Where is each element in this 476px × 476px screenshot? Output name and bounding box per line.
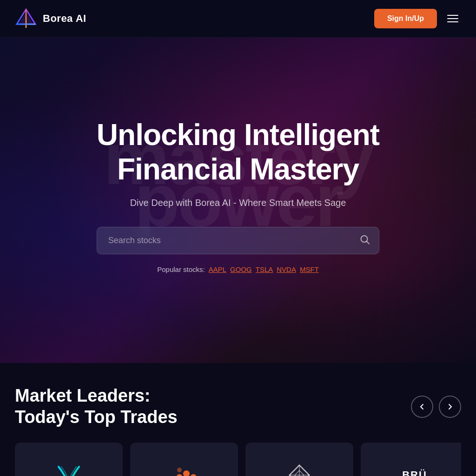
card-logo-3 xyxy=(285,461,313,476)
stock-link-tsla[interactable]: TSLA xyxy=(256,265,273,273)
hamburger-line-3 xyxy=(447,21,458,22)
market-title: Market Leaders: Today's Top Trades xyxy=(15,385,178,428)
carousel-controls xyxy=(411,396,461,418)
stock-card-3[interactable] xyxy=(245,443,353,476)
card-logo-1 xyxy=(55,461,83,476)
hamburger-button[interactable] xyxy=(444,12,461,25)
bru-text: BRÜ xyxy=(402,469,427,476)
svg-point-10 xyxy=(177,468,182,472)
hero-section: power mastery Unlocking Intelligent Fina… xyxy=(0,38,476,363)
search-container xyxy=(97,227,379,254)
stock-link-nvda[interactable]: NVDA xyxy=(277,265,296,273)
stock-link-msft[interactable]: MSFT xyxy=(300,265,319,273)
chevron-right-icon xyxy=(446,403,454,410)
hero-subtitle: Dive Deep with Borea AI - Where Smart Me… xyxy=(97,198,379,208)
hero-title: Unlocking Intelligent Financial Mastery xyxy=(97,118,379,186)
navbar: Borea AI Sign In/Up xyxy=(0,0,476,38)
svg-point-7 xyxy=(183,470,190,476)
card-logo-2 xyxy=(170,461,198,476)
card-logo-dots-icon xyxy=(170,463,198,476)
svg-line-5 xyxy=(367,241,370,244)
stock-card-2[interactable] xyxy=(130,443,238,476)
stock-cards-row: BRÜ xyxy=(15,443,461,476)
popular-label: Popular stocks: xyxy=(157,265,205,273)
stock-card-1[interactable] xyxy=(15,443,123,476)
stock-link-goog[interactable]: GOOG xyxy=(230,265,252,273)
borea-logo-icon xyxy=(15,7,37,30)
card-logo-diamond-icon xyxy=(285,461,313,476)
sign-in-button[interactable]: Sign In/Up xyxy=(374,9,437,28)
carousel-next-button[interactable] xyxy=(439,396,461,418)
svg-point-6 xyxy=(176,474,183,476)
chevron-left-icon xyxy=(418,403,426,410)
logo-area: Borea AI xyxy=(15,7,86,30)
search-icon xyxy=(360,234,370,245)
hamburger-line-1 xyxy=(447,15,458,16)
card-logo-4: BRÜ xyxy=(401,461,429,476)
market-section: Market Leaders: Today's Top Trades xyxy=(0,363,476,476)
carousel-prev-button[interactable] xyxy=(411,396,433,418)
hamburger-line-2 xyxy=(447,18,458,19)
stock-card-4[interactable]: BRÜ xyxy=(361,443,461,476)
hero-content: Unlocking Intelligent Financial Mastery … xyxy=(97,118,379,273)
market-header: Market Leaders: Today's Top Trades xyxy=(15,385,461,428)
svg-point-8 xyxy=(190,474,197,476)
logo-text: Borea AI xyxy=(43,13,86,25)
card-logo-v-icon xyxy=(55,461,83,476)
stock-link-aapl[interactable]: AAPL xyxy=(209,265,226,273)
search-button[interactable] xyxy=(358,232,372,249)
nav-right: Sign In/Up xyxy=(374,9,461,28)
popular-stocks-row: Popular stocks: AAPL GOOG TSLA NVDA MSFT xyxy=(97,265,379,273)
search-input[interactable] xyxy=(97,227,379,254)
